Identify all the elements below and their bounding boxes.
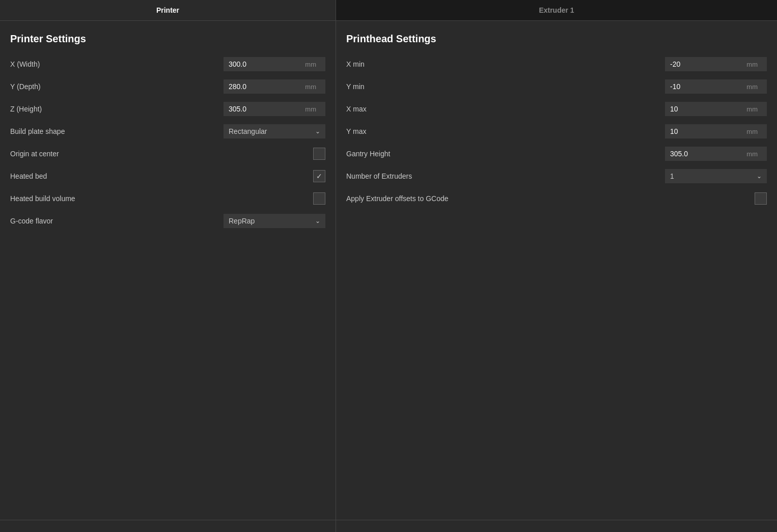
build-plate-shape-select[interactable]: Rectangular ⌄	[224, 124, 325, 138]
heated-build-volume-row: Heated build volume	[10, 189, 325, 208]
build-plate-shape-value: Rectangular	[229, 127, 315, 135]
apply-extruder-offsets-checkbox[interactable]	[755, 192, 767, 205]
x-max-input[interactable]	[665, 102, 741, 116]
right-panel: Printhead Settings X min mm Y min mm X m…	[336, 21, 777, 520]
gcode-flavor-arrow: ⌄	[315, 217, 320, 225]
y-min-input[interactable]	[665, 79, 741, 94]
y-max-unit: mm	[741, 128, 762, 135]
gantry-height-input[interactable]	[665, 147, 741, 161]
x-min-input[interactable]	[665, 57, 741, 71]
heated-bed-row: Heated bed ✓	[10, 167, 325, 185]
gcode-flavor-value: RepRap	[229, 217, 315, 225]
x-max-label: X max	[346, 105, 665, 113]
main-content: Printer Settings X (Width) mm Y (Depth) …	[0, 21, 777, 520]
num-extruders-arrow: ⌄	[757, 173, 762, 180]
tabs-bar: Printer Extruder 1	[0, 0, 777, 21]
printer-settings-title: Printer Settings	[10, 33, 325, 45]
y-max-input-wrap[interactable]: mm	[665, 124, 767, 138]
z-height-label: Z (Height)	[10, 105, 224, 113]
y-depth-input-wrap[interactable]: mm	[224, 79, 325, 94]
gantry-height-input-wrap[interactable]: mm	[665, 147, 767, 161]
y-min-label: Y min	[346, 82, 665, 91]
y-depth-label: Y (Depth)	[10, 82, 224, 91]
heated-build-volume-label: Heated build volume	[10, 194, 313, 203]
num-extruders-label: Number of Extruders	[346, 172, 665, 180]
apply-extruder-offsets-row: Apply Extruder offsets to GCode	[346, 189, 767, 208]
heated-bed-checkbox[interactable]: ✓	[313, 170, 325, 182]
origin-at-center-checkbox[interactable]	[313, 148, 325, 160]
gcode-flavor-select[interactable]: RepRap ⌄	[224, 214, 325, 228]
end-gcode-panel: End G-code	[336, 520, 777, 532]
origin-at-center-label: Origin at center	[10, 150, 313, 158]
x-width-row: X (Width) mm	[10, 55, 325, 73]
tab-printer[interactable]: Printer	[0, 0, 336, 20]
x-max-row: X max mm	[346, 100, 767, 118]
heated-build-volume-checkbox[interactable]	[313, 192, 325, 205]
x-min-input-wrap[interactable]: mm	[665, 57, 767, 71]
y-max-row: Y max mm	[346, 122, 767, 141]
num-extruders-value: 1	[670, 172, 757, 180]
gantry-height-label: Gantry Height	[346, 150, 665, 158]
num-extruders-select[interactable]: 1 ⌄	[665, 169, 767, 183]
x-min-row: X min mm	[346, 55, 767, 73]
x-min-label: X min	[346, 60, 665, 68]
x-width-label: X (Width)	[10, 60, 224, 68]
gcode-flavor-row: G-code flavor RepRap ⌄	[10, 212, 325, 230]
num-extruders-row: Number of Extruders 1 ⌄	[346, 167, 767, 185]
origin-at-center-row: Origin at center	[10, 145, 325, 163]
start-gcode-panel: Start G-code	[0, 520, 336, 532]
build-plate-shape-arrow: ⌄	[315, 128, 320, 135]
y-min-input-wrap[interactable]: mm	[665, 79, 767, 94]
y-depth-unit: mm	[300, 83, 320, 91]
gantry-height-unit: mm	[741, 150, 762, 158]
build-plate-shape-label: Build plate shape	[10, 127, 224, 135]
x-min-unit: mm	[741, 61, 762, 68]
z-height-input-wrap[interactable]: mm	[224, 102, 325, 116]
x-max-unit: mm	[741, 105, 762, 113]
apply-extruder-offsets-label: Apply Extruder offsets to GCode	[346, 194, 755, 203]
z-height-unit: mm	[300, 105, 320, 113]
gantry-height-row: Gantry Height mm	[346, 145, 767, 163]
left-panel: Printer Settings X (Width) mm Y (Depth) …	[0, 21, 336, 520]
y-min-row: Y min mm	[346, 77, 767, 96]
y-depth-input[interactable]	[224, 79, 300, 94]
bottom-section: Start G-code End G-code	[0, 520, 777, 532]
x-width-input[interactable]	[224, 57, 300, 71]
heated-bed-label: Heated bed	[10, 172, 313, 180]
x-max-input-wrap[interactable]: mm	[665, 102, 767, 116]
x-width-input-wrap[interactable]: mm	[224, 57, 325, 71]
build-plate-shape-row: Build plate shape Rectangular ⌄	[10, 122, 325, 141]
y-min-unit: mm	[741, 83, 762, 91]
gcode-flavor-label: G-code flavor	[10, 217, 224, 225]
z-height-row: Z (Height) mm	[10, 100, 325, 118]
printhead-settings-title: Printhead Settings	[346, 33, 767, 45]
y-max-label: Y max	[346, 127, 665, 135]
z-height-input[interactable]	[224, 102, 300, 116]
y-depth-row: Y (Depth) mm	[10, 77, 325, 96]
x-width-unit: mm	[300, 61, 320, 68]
y-max-input[interactable]	[665, 124, 741, 138]
tab-extruder[interactable]: Extruder 1	[336, 0, 777, 20]
heated-bed-check-icon: ✓	[316, 172, 322, 180]
